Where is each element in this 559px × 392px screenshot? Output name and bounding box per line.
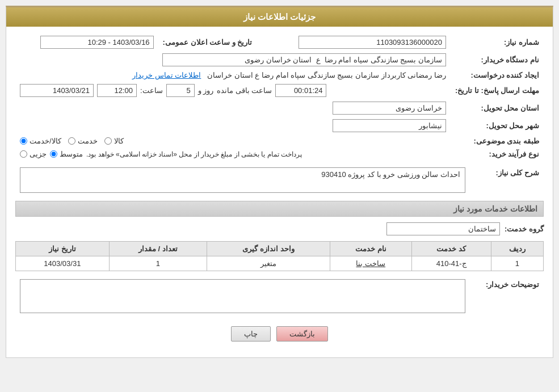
- province-label: استان محل تحویل:: [451, 99, 544, 117]
- category-kala-khedmat-radio[interactable]: [20, 137, 27, 145]
- cell-name[interactable]: ساخت بنا: [330, 256, 411, 271]
- creator-label: ایجاد کننده درخواست:: [451, 69, 544, 82]
- remaining-time-input: [275, 84, 326, 97]
- cell-unit: متغیر: [207, 256, 330, 271]
- col-unit: واحد اندازه گیری: [207, 242, 330, 256]
- purchase-partial-label: جزیی: [30, 150, 47, 158]
- category-kala-khedmat-label: کالا/خدمت: [30, 137, 61, 145]
- province-input[interactable]: [333, 102, 446, 115]
- service-group-label: گروه خدمت:: [505, 225, 544, 233]
- cell-qty: 1: [109, 256, 207, 271]
- category-khedmat-label: خدمت: [78, 137, 98, 145]
- category-label: طبقه بندی موضوعی:: [451, 134, 544, 147]
- col-code: کد خدمت: [411, 242, 491, 256]
- purchase-type-label: نوع فرآیند خرید:: [451, 147, 544, 161]
- buyer-org-label: نام دستگاه خریدار:: [451, 51, 544, 69]
- cell-code: ج-41-410: [411, 256, 491, 271]
- purchase-partial-radio[interactable]: [20, 150, 27, 158]
- general-desc-value: احداث سالن ورزشی خرو با کد پروژه 930410: [20, 167, 465, 193]
- services-table: ردیف کد خدمت نام خدمت واحد اندازه گیری ت…: [15, 241, 544, 271]
- purchase-note: پرداخت تمام یا بخشی از مبلغ خریدار از مح…: [86, 150, 302, 158]
- announcement-input[interactable]: [40, 36, 154, 49]
- col-qty: تعداد / مقدار: [109, 242, 207, 256]
- category-kala-label: کالا: [114, 137, 124, 145]
- need-number-label: شماره نیاز:: [451, 33, 544, 51]
- print-button[interactable]: چاپ: [231, 326, 271, 342]
- days-input: [166, 84, 195, 97]
- back-button[interactable]: بازگشت: [276, 326, 328, 342]
- general-desc-label: شرح کلی نیاز:: [470, 165, 544, 195]
- city-label: شهر محل تحویل:: [451, 117, 544, 134]
- buyer-notes-label: توضیحات خریدار:: [470, 277, 544, 317]
- creator-contact-link[interactable]: اطلاعات تماس خریدار: [132, 71, 201, 79]
- purchase-medium-radio[interactable]: [50, 150, 57, 158]
- need-number-input[interactable]: [299, 36, 446, 49]
- button-group: بازگشت چاپ: [15, 326, 544, 351]
- page-title: جزئیات اطلاعات نیاز: [6, 7, 553, 27]
- time-label: ساعت:: [140, 86, 163, 95]
- col-name: نام خدمت: [330, 242, 411, 256]
- buyer-org-input[interactable]: [162, 53, 446, 66]
- time-input: [97, 84, 137, 97]
- col-date: تاریخ نیاز: [16, 242, 110, 256]
- creator-value: رضا رمضانی کاربرداز سازمان بسیج سازندگی …: [207, 71, 446, 79]
- city-input[interactable]: [333, 119, 446, 132]
- remaining-label: ساعت باقی مانده: [217, 86, 272, 95]
- category-kala-radio[interactable]: [104, 137, 112, 145]
- day-label: روز و: [198, 86, 214, 95]
- announcement-label: تاریخ و ساعت اعلان عمومی:: [158, 33, 257, 51]
- response-deadline-label: مهلت ارسال پاسخ: تا تاریخ:: [451, 82, 544, 99]
- table-row: 1 ج-41-410 ساخت بنا متغیر 1 1403/03/31: [16, 256, 544, 271]
- date-input: [20, 84, 94, 97]
- buyer-notes-textarea[interactable]: [20, 279, 465, 313]
- category-khedmat-radio[interactable]: [68, 137, 75, 145]
- purchase-medium-label: متوسط: [60, 150, 83, 158]
- cell-row: 1: [491, 256, 543, 271]
- services-section-header: اطلاعات خدمات مورد نیاز: [15, 201, 544, 217]
- service-group-input[interactable]: [386, 222, 500, 235]
- cell-date: 1403/03/31: [16, 256, 110, 271]
- col-row: ردیف: [491, 242, 543, 256]
